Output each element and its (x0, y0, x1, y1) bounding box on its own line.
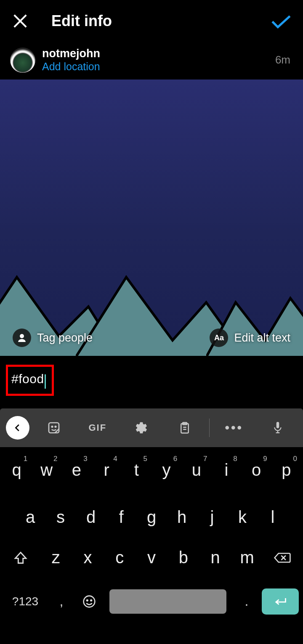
username: notmejohn (42, 47, 275, 60)
key-p[interactable]: p0 (271, 456, 301, 484)
svg-rect-13 (276, 422, 279, 428)
soft-keyboard: q1w2e3r4t5y6u7i8o9p0 asdfghjkl zxcvbnm ?… (0, 447, 303, 623)
svg-rect-6 (49, 423, 59, 433)
ellipsis-icon: ••• (225, 421, 243, 435)
caption-area: #food (0, 357, 303, 408)
svg-point-7 (52, 426, 53, 427)
chevron-left-icon (13, 423, 22, 432)
key-x[interactable]: x (72, 544, 104, 572)
post-time: 6m (275, 53, 290, 66)
key-f[interactable]: f (106, 504, 136, 531)
key-i[interactable]: i8 (211, 456, 241, 484)
key-n[interactable]: n (199, 544, 231, 572)
caption-text: #food (11, 372, 44, 386)
enter-key[interactable] (262, 588, 299, 615)
backspace-key[interactable] (263, 544, 301, 572)
key-s[interactable]: s (45, 504, 76, 531)
key-g[interactable]: g (136, 504, 167, 531)
key-m[interactable]: m (231, 544, 263, 572)
key-y[interactable]: y6 (152, 456, 181, 484)
sticker-icon (47, 421, 61, 435)
clipboard-button[interactable] (165, 416, 204, 440)
author-row: notmejohn Add location 6m (0, 42, 303, 80)
key-t[interactable]: t5 (122, 456, 152, 484)
key-b[interactable]: b (167, 544, 199, 572)
svg-point-17 (87, 600, 88, 601)
avatar[interactable] (10, 48, 35, 73)
header-bar: Edit info (0, 0, 303, 42)
emoji-icon (82, 595, 96, 608)
settings-button[interactable] (122, 416, 161, 440)
key-k[interactable]: k (227, 504, 258, 531)
key-j[interactable]: j (197, 504, 227, 531)
close-button[interactable] (10, 11, 30, 31)
toolbar-collapse-button[interactable] (6, 416, 29, 440)
text-cursor-icon (45, 374, 46, 389)
check-icon (270, 12, 292, 30)
shift-key[interactable] (2, 544, 40, 572)
close-icon (12, 13, 28, 29)
emoji-key[interactable] (77, 595, 102, 608)
key-l[interactable]: l (258, 504, 288, 531)
tag-people-label: Tag people (37, 331, 93, 345)
svg-point-8 (55, 426, 56, 427)
person-icon (13, 329, 31, 347)
caption-input[interactable]: #food (6, 365, 54, 396)
key-w[interactable]: w2 (32, 456, 61, 484)
svg-point-18 (90, 600, 92, 601)
gear-icon (135, 421, 148, 435)
key-u[interactable]: u7 (181, 456, 211, 484)
toolbar-divider (209, 419, 210, 437)
keyboard-toolbar: GIF ••• (0, 408, 303, 447)
key-c[interactable]: c (104, 544, 136, 572)
svg-point-5 (20, 334, 24, 338)
space-key[interactable] (109, 589, 226, 614)
shift-icon (13, 551, 28, 565)
key-d[interactable]: d (76, 504, 106, 531)
voice-input-button[interactable] (258, 416, 297, 440)
key-o[interactable]: o9 (242, 456, 271, 484)
backspace-icon (274, 551, 291, 564)
key-e[interactable]: e3 (61, 456, 91, 484)
more-button[interactable]: ••• (215, 416, 253, 440)
comma-key[interactable]: , (49, 594, 74, 609)
gif-button[interactable]: GIF (78, 416, 117, 440)
svg-marker-4 (206, 298, 303, 357)
key-r[interactable]: r4 (92, 456, 122, 484)
enter-icon (273, 596, 287, 607)
key-a[interactable]: a (15, 504, 45, 531)
tag-people-button[interactable]: Tag people (13, 329, 93, 347)
period-key[interactable]: . (234, 594, 259, 609)
sticker-button[interactable] (35, 416, 73, 440)
confirm-button[interactable] (269, 9, 293, 33)
alt-text-icon: Aa (210, 329, 228, 347)
microphone-icon (272, 421, 283, 435)
key-z[interactable]: z (40, 544, 72, 572)
edit-alt-text-button[interactable]: Aa Edit alt text (210, 329, 290, 347)
key-v[interactable]: v (136, 544, 167, 572)
key-h[interactable]: h (167, 504, 197, 531)
symbols-key[interactable]: ?123 (4, 595, 46, 608)
add-location-link[interactable]: Add location (42, 60, 275, 73)
svg-point-16 (84, 596, 95, 607)
post-image[interactable]: Tag people Aa Edit alt text (0, 80, 303, 357)
key-q[interactable]: q1 (2, 456, 32, 484)
page-title: Edit info (51, 12, 112, 30)
edit-alt-text-label: Edit alt text (234, 331, 290, 345)
clipboard-icon (178, 421, 191, 435)
